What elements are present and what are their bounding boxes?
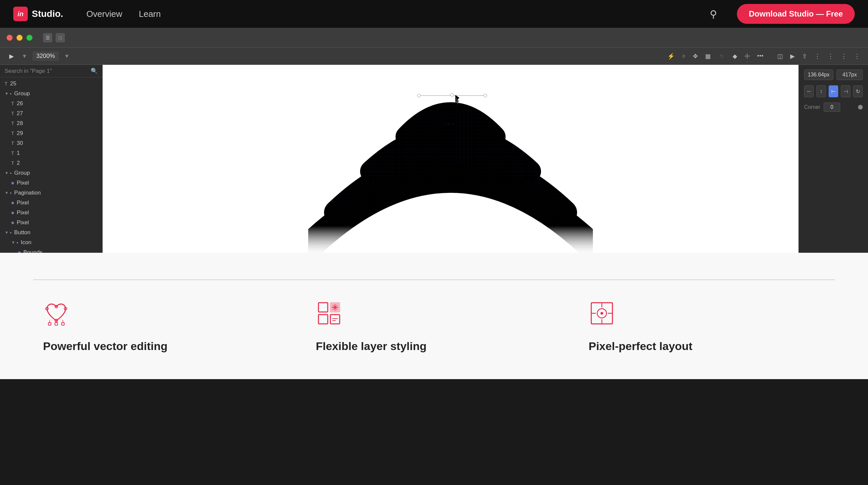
pixel-layout-icon <box>589 300 615 326</box>
layer-item-27[interactable]: T 27 <box>0 108 102 119</box>
lightning-icon[interactable]: ⚡ <box>666 51 676 61</box>
collapse-icon[interactable]: ▼ <box>11 240 15 245</box>
layer-item-pixel-4[interactable]: ■ Pixel <box>0 218 102 228</box>
share-icon[interactable]: ✥ <box>691 51 699 61</box>
svg-point-2 <box>417 94 421 97</box>
rotate[interactable]: ↻ <box>853 85 863 97</box>
nav-links: Overview Learn <box>86 9 161 19</box>
layers-search[interactable]: Search in "Page 1" 🔍 <box>0 65 102 77</box>
layers-search-icon[interactable]: 🔍 <box>91 67 98 74</box>
layout-tool-2[interactable]: ⋮ <box>826 51 835 61</box>
tool-dropdown-arrow[interactable]: ▼ <box>22 53 27 59</box>
layer-item-pixel-2[interactable]: ■ Pixel <box>0 198 102 208</box>
toolbar-right-actions: ⚡ ○ ✥ ▦ ◾ ◆ ☩ ••• ◫ ▶ ⇧ ⋮ ⋮ ⋮ ⋮ <box>666 51 861 61</box>
layer-item-pagination[interactable]: ▼ ▪ Pagination <box>0 188 102 198</box>
y-coordinate[interactable]: 417px <box>837 69 863 80</box>
layer-label: Pixel <box>17 209 29 216</box>
layer-item-26[interactable]: T 26 <box>0 99 102 108</box>
feature-col-vector: Powerful vector editing <box>33 279 289 353</box>
layer-item-group-2[interactable]: ▼ ▪ Group <box>0 168 102 178</box>
properties-panel: 136.64px 417px ↔ ↕ ⊢ ⊣ ↻ Corner 0 <box>799 65 868 253</box>
logo-area: in Studio. <box>13 7 63 21</box>
grid-icon[interactable]: ▦ <box>704 51 712 61</box>
pixel-layer-icon: ■ <box>11 210 14 215</box>
canvas-area[interactable] <box>103 65 799 253</box>
nav-link-learn[interactable]: Learn <box>139 9 161 19</box>
collapse-icon[interactable]: ▼ <box>5 171 9 175</box>
transform-tools: ↔ ↕ ⊢ ⊣ ↻ <box>804 85 863 97</box>
canvas-content <box>103 65 799 253</box>
layout-tool-1[interactable]: ⋮ <box>813 51 822 61</box>
layout-tool-4[interactable]: ⋮ <box>853 51 861 61</box>
folder-icon: ▪ <box>10 91 11 96</box>
folder-icon: ▪ <box>10 170 11 176</box>
layer-item-2[interactable]: T 2 <box>0 158 102 168</box>
svg-point-31 <box>600 312 603 315</box>
select-tool[interactable]: ▶ <box>7 51 17 61</box>
layers-panel-icon[interactable]: ☰ <box>43 33 52 42</box>
layer-item-group-1[interactable]: ▼ ▪ Group <box>0 89 102 99</box>
layer-styling-icon <box>316 300 342 326</box>
feature-col-layers: Flexible layer styling <box>289 279 562 353</box>
layers-tree: T 25 ▼ ▪ Group T 26 T 27 <box>0 77 102 253</box>
text-layer-icon: T <box>11 160 14 166</box>
align-icon[interactable]: ◾ <box>717 51 726 61</box>
svg-point-3 <box>451 93 454 97</box>
layer-label: 25 <box>10 80 17 87</box>
layer-item-30[interactable]: T 30 <box>0 138 102 148</box>
layer-item-1[interactable]: T 1 <box>0 148 102 158</box>
corner-dot[interactable] <box>858 105 863 109</box>
svg-rect-18 <box>330 315 340 324</box>
flip-vertical[interactable]: ↕ <box>816 85 826 97</box>
symbol-icon[interactable]: ☩ <box>743 51 751 61</box>
traffic-light-fullscreen[interactable] <box>27 35 32 41</box>
align-right[interactable]: ⊣ <box>841 85 850 97</box>
feature-title-layers: Flexible layer styling <box>316 340 426 353</box>
wifi-artwork <box>308 65 593 253</box>
more-icon[interactable]: ••• <box>756 51 765 61</box>
collapse-icon[interactable]: ▼ <box>5 91 9 96</box>
download-button[interactable]: Download Studio — Free <box>737 4 855 24</box>
layer-item-28[interactable]: T 28 <box>0 119 102 128</box>
layer-item-button[interactable]: ▼ ▪ Button <box>0 228 102 237</box>
feature-icon-layers <box>316 300 342 326</box>
top-navigation: in Studio. Overview Learn ⚲ Download Stu… <box>0 0 868 28</box>
layer-item-icon-group[interactable]: ▼ ▪ Icon <box>0 237 102 248</box>
search-icon[interactable]: ⚲ <box>710 8 717 20</box>
feature-title-vector: Powerful vector editing <box>43 340 167 353</box>
traffic-light-minimize[interactable] <box>17 35 23 41</box>
vector-editing-icon <box>43 300 69 326</box>
layer-item-25[interactable]: T 25 <box>0 79 102 89</box>
layer-item-pixel-1[interactable]: ■ Pixel <box>0 178 102 188</box>
folder-icon: ▪ <box>10 190 11 196</box>
component-icon[interactable]: ◆ <box>731 51 739 61</box>
traffic-light-close[interactable] <box>7 35 12 41</box>
layer-item-pixel-3[interactable]: ■ Pixel <box>0 208 102 218</box>
text-layer-icon: T <box>11 151 14 156</box>
logo-text: Studio. <box>32 9 63 19</box>
flip-horizontal[interactable]: ↔ <box>804 85 814 97</box>
feature-icon-vector <box>43 300 69 326</box>
corner-value[interactable]: 0 <box>824 103 840 112</box>
export-icon[interactable]: ⇧ <box>801 51 808 61</box>
corner-row: Corner 0 <box>804 103 863 112</box>
play-preview[interactable]: ▶ <box>789 51 796 61</box>
text-layer-icon: T <box>11 101 14 106</box>
zoom-dropdown-arrow[interactable]: ▼ <box>64 53 69 59</box>
collapse-icon[interactable]: ▼ <box>5 230 9 235</box>
features-section: Powerful vector editing Flexible layer s… <box>0 253 868 379</box>
layout-tool-3[interactable]: ⋮ <box>840 51 848 61</box>
align-left-active[interactable]: ⊢ <box>829 85 838 97</box>
zoom-level[interactable]: 3200% <box>32 51 59 61</box>
layer-label: Pixel <box>17 199 29 206</box>
record-icon[interactable]: ○ <box>681 51 687 61</box>
nav-link-overview[interactable]: Overview <box>86 9 122 19</box>
collapse-icon[interactable]: ▼ <box>5 191 9 195</box>
panel-toggle-left[interactable]: ◫ <box>776 51 784 61</box>
corner-label: Corner <box>804 104 820 110</box>
pages-icon[interactable]: □ <box>56 33 65 42</box>
layer-item-29[interactable]: T 29 <box>0 128 102 138</box>
layer-label: 30 <box>17 140 23 147</box>
x-coordinate[interactable]: 136.64px <box>804 69 833 80</box>
layer-item-bounds[interactable]: ■ Bounds <box>0 248 102 253</box>
